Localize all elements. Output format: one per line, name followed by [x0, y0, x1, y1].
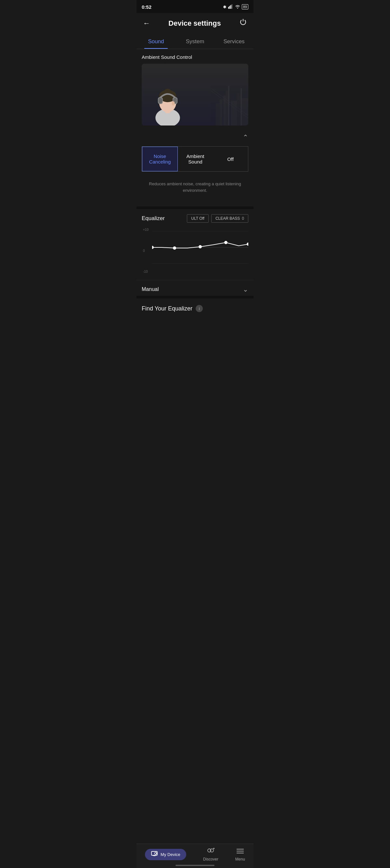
nav-menu[interactable]: Menu: [235, 847, 245, 862]
bottom-spacer: [136, 322, 254, 352]
eq-manual-row[interactable]: Manual ⌄: [136, 280, 254, 296]
chevron-up-icon[interactable]: ⌃: [243, 133, 248, 141]
nav-discover[interactable]: Discover: [203, 847, 218, 862]
svg-point-30: [152, 246, 154, 249]
back-button[interactable]: ←: [142, 18, 152, 29]
svg-rect-2: [230, 5, 231, 9]
status-time: 0:52: [142, 4, 152, 10]
power-button[interactable]: [238, 17, 248, 30]
clear-bass-value: 0: [242, 216, 244, 221]
ult-off-button[interactable]: ULT Off: [187, 214, 209, 223]
ambient-sound-button[interactable]: Ambient Sound: [178, 147, 213, 171]
svg-point-39: [213, 848, 215, 849]
svg-rect-14: [241, 88, 242, 125]
tab-services[interactable]: Services: [215, 34, 254, 49]
battery-icon: 89: [242, 4, 248, 9]
discover-icon: [207, 847, 215, 856]
tabs: Sound System Services: [136, 34, 254, 49]
home-indicator: [175, 865, 215, 866]
svg-point-32: [199, 245, 202, 248]
mode-description: Reduces ambient noise, creating a quiet …: [136, 176, 254, 207]
svg-rect-13: [228, 86, 229, 125]
bottom-nav: My Device Discover Menu: [136, 844, 254, 868]
section-divider-2: [136, 296, 254, 299]
chevron-down-icon[interactable]: ⌄: [243, 285, 248, 293]
eq-manual-label: Manual: [142, 286, 159, 292]
ambient-sound-title: Ambient Sound Control: [142, 54, 248, 60]
eq-header: Equalizer ULT Off CLEAR BASS 0: [142, 214, 248, 223]
section-divider: [136, 207, 254, 209]
svg-rect-9: [216, 103, 220, 125]
svg-point-31: [173, 246, 176, 250]
tab-system[interactable]: System: [175, 34, 215, 49]
eq-graph: +10 0 -10: [142, 228, 248, 273]
menu-icon: [237, 847, 244, 856]
info-icon[interactable]: i: [196, 305, 203, 312]
status-icons: ✱ 89: [223, 4, 248, 10]
person-headphone-illustration: [148, 70, 187, 125]
off-button[interactable]: Off: [213, 147, 248, 171]
menu-label: Menu: [235, 857, 245, 862]
eq-buttons: ULT Off CLEAR BASS 0: [187, 214, 248, 223]
nav-my-device[interactable]: My Device: [145, 849, 186, 860]
svg-point-34: [247, 243, 248, 246]
my-device-icon: [151, 851, 158, 858]
status-bar: 0:52 ✱ 89: [136, 0, 254, 13]
my-device-label: My Device: [161, 852, 181, 857]
find-eq-title: Find Your Equalizer: [142, 305, 192, 312]
collapse-button-area: ⌃: [136, 131, 254, 143]
equalizer-section: Equalizer ULT Off CLEAR BASS 0 +10 0 -10: [136, 209, 254, 280]
svg-rect-8: [241, 98, 248, 125]
bluetooth-icon: ✱: [223, 5, 227, 9]
eq-title: Equalizer: [142, 215, 165, 222]
svg-point-26: [172, 101, 174, 105]
eq-y-labels: +10 0 -10: [142, 228, 150, 273]
ambient-visual: [142, 64, 248, 125]
page-title: Device settings: [154, 19, 235, 28]
svg-rect-0: [228, 7, 229, 9]
discover-label: Discover: [203, 857, 218, 862]
ambient-sound-section: Ambient Sound Control: [136, 49, 254, 131]
mode-selector: Noise Canceling Ambient Sound Off: [142, 146, 248, 172]
signal-icon: [228, 4, 233, 10]
svg-rect-10: [220, 99, 223, 125]
tab-sound[interactable]: Sound: [136, 34, 175, 49]
svg-rect-22: [159, 98, 162, 103]
wifi-icon: [235, 5, 240, 9]
clear-bass-button[interactable]: CLEAR BASS 0: [211, 214, 248, 223]
eq-chart[interactable]: [152, 228, 248, 267]
svg-rect-6: [231, 100, 237, 125]
svg-rect-3: [231, 4, 232, 9]
svg-point-33: [224, 241, 228, 244]
header: ← Device settings: [136, 13, 254, 34]
noise-canceling-button[interactable]: Noise Canceling: [142, 147, 178, 171]
find-equalizer-section: Find Your Equalizer i: [136, 299, 254, 322]
svg-rect-1: [229, 6, 230, 9]
find-eq-header: Find Your Equalizer i: [142, 305, 248, 312]
